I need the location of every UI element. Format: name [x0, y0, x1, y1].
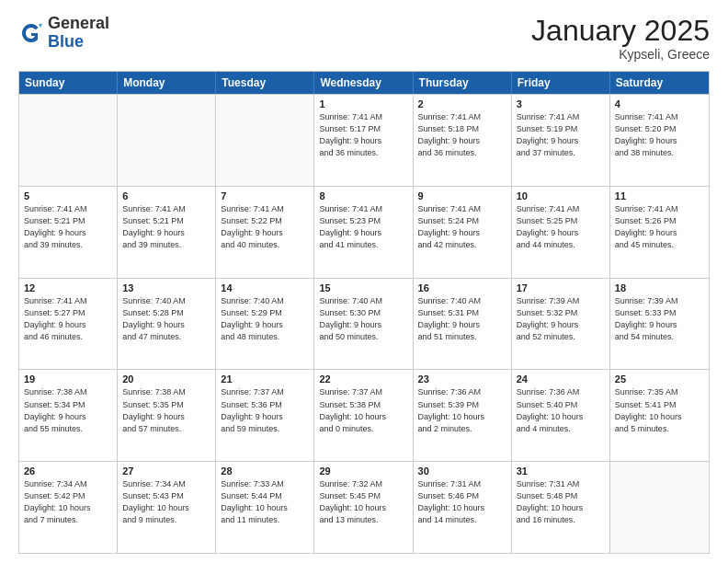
- day-cell-30: 30Sunrise: 7:31 AM Sunset: 5:46 PM Dayli…: [414, 462, 512, 553]
- day-number: 8: [319, 190, 407, 201]
- col-header-sunday: Sunday: [19, 72, 118, 94]
- day-info: Sunrise: 7:41 AM Sunset: 5:26 PM Dayligh…: [615, 203, 704, 251]
- day-number: 16: [418, 282, 506, 293]
- day-cell-2: 2Sunrise: 7:41 AM Sunset: 5:18 PM Daylig…: [414, 95, 512, 186]
- day-cell-16: 16Sunrise: 7:40 AM Sunset: 5:31 PM Dayli…: [414, 279, 512, 370]
- day-cell-1: 1Sunrise: 7:41 AM Sunset: 5:17 PM Daylig…: [314, 95, 413, 186]
- day-cell-11: 11Sunrise: 7:41 AM Sunset: 5:26 PM Dayli…: [610, 187, 709, 278]
- day-number: 20: [122, 373, 210, 385]
- calendar-subtitle: Kypseli, Greece: [531, 47, 710, 62]
- day-number: 14: [221, 282, 309, 293]
- day-number: 2: [418, 98, 506, 109]
- day-info: Sunrise: 7:41 AM Sunset: 5:21 PM Dayligh…: [122, 203, 210, 251]
- week-row-4: 19Sunrise: 7:38 AM Sunset: 5:34 PM Dayli…: [19, 369, 709, 461]
- day-cell-23: 23Sunrise: 7:36 AM Sunset: 5:39 PM Dayli…: [414, 370, 512, 461]
- day-cell-26: 26Sunrise: 7:34 AM Sunset: 5:42 PM Dayli…: [19, 462, 118, 553]
- day-number: 22: [319, 373, 407, 385]
- day-cell-6: 6Sunrise: 7:41 AM Sunset: 5:21 PM Daylig…: [118, 187, 216, 278]
- day-cell-10: 10Sunrise: 7:41 AM Sunset: 5:25 PM Dayli…: [512, 187, 610, 278]
- col-header-friday: Friday: [512, 72, 610, 94]
- day-number: 27: [122, 465, 210, 477]
- day-cell-28: 28Sunrise: 7:33 AM Sunset: 5:44 PM Dayli…: [216, 462, 314, 553]
- day-info: Sunrise: 7:40 AM Sunset: 5:28 PM Dayligh…: [122, 295, 210, 343]
- day-cell-24: 24Sunrise: 7:36 AM Sunset: 5:40 PM Dayli…: [512, 370, 610, 461]
- week-row-5: 26Sunrise: 7:34 AM Sunset: 5:42 PM Dayli…: [19, 461, 709, 553]
- day-info: Sunrise: 7:41 AM Sunset: 5:19 PM Dayligh…: [517, 111, 605, 159]
- day-info: Sunrise: 7:38 AM Sunset: 5:35 PM Dayligh…: [122, 386, 210, 434]
- day-info: Sunrise: 7:41 AM Sunset: 5:20 PM Dayligh…: [615, 111, 704, 159]
- day-cell-7: 7Sunrise: 7:41 AM Sunset: 5:22 PM Daylig…: [216, 187, 314, 278]
- calendar: SundayMondayTuesdayWednesdayThursdayFrid…: [18, 71, 710, 554]
- week-row-3: 12Sunrise: 7:41 AM Sunset: 5:27 PM Dayli…: [19, 278, 709, 370]
- day-info: Sunrise: 7:38 AM Sunset: 5:34 PM Dayligh…: [24, 386, 112, 434]
- logo-blue-text: Blue: [48, 32, 84, 51]
- day-info: Sunrise: 7:31 AM Sunset: 5:48 PM Dayligh…: [517, 478, 605, 526]
- calendar-body: 1Sunrise: 7:41 AM Sunset: 5:17 PM Daylig…: [19, 94, 709, 553]
- day-number: 31: [517, 465, 605, 477]
- day-number: 1: [319, 98, 407, 109]
- day-info: Sunrise: 7:41 AM Sunset: 5:25 PM Dayligh…: [517, 203, 605, 251]
- day-cell-8: 8Sunrise: 7:41 AM Sunset: 5:23 PM Daylig…: [314, 187, 413, 278]
- day-cell-17: 17Sunrise: 7:39 AM Sunset: 5:32 PM Dayli…: [512, 279, 610, 370]
- day-number: 26: [24, 465, 112, 477]
- day-number: 7: [221, 190, 309, 201]
- col-header-wednesday: Wednesday: [314, 72, 413, 94]
- day-cell-21: 21Sunrise: 7:37 AM Sunset: 5:36 PM Dayli…: [216, 370, 314, 461]
- day-cell-27: 27Sunrise: 7:34 AM Sunset: 5:43 PM Dayli…: [118, 462, 216, 553]
- logo-icon: [18, 20, 44, 46]
- day-info: Sunrise: 7:33 AM Sunset: 5:44 PM Dayligh…: [221, 478, 309, 526]
- logo: General Blue: [18, 15, 109, 52]
- day-cell-14: 14Sunrise: 7:40 AM Sunset: 5:29 PM Dayli…: [216, 279, 314, 370]
- day-number: 6: [122, 190, 210, 201]
- day-number: 11: [615, 190, 704, 201]
- day-number: 29: [319, 465, 407, 477]
- calendar-title: January 2025: [531, 15, 710, 47]
- week-row-1: 1Sunrise: 7:41 AM Sunset: 5:17 PM Daylig…: [19, 94, 709, 186]
- day-cell-18: 18Sunrise: 7:39 AM Sunset: 5:33 PM Dayli…: [610, 279, 709, 370]
- day-cell-31: 31Sunrise: 7:31 AM Sunset: 5:48 PM Dayli…: [512, 462, 610, 553]
- day-info: Sunrise: 7:40 AM Sunset: 5:29 PM Dayligh…: [221, 295, 309, 343]
- day-info: Sunrise: 7:41 AM Sunset: 5:24 PM Dayligh…: [418, 203, 506, 251]
- day-info: Sunrise: 7:36 AM Sunset: 5:40 PM Dayligh…: [517, 386, 605, 434]
- day-number: 9: [418, 190, 506, 201]
- day-number: 4: [615, 98, 704, 109]
- day-number: 15: [319, 282, 407, 293]
- day-info: Sunrise: 7:39 AM Sunset: 5:33 PM Dayligh…: [615, 295, 704, 343]
- day-number: 17: [517, 282, 605, 293]
- day-cell-9: 9Sunrise: 7:41 AM Sunset: 5:24 PM Daylig…: [414, 187, 512, 278]
- day-info: Sunrise: 7:37 AM Sunset: 5:36 PM Dayligh…: [221, 386, 309, 434]
- col-header-thursday: Thursday: [414, 72, 512, 94]
- day-cell-13: 13Sunrise: 7:40 AM Sunset: 5:28 PM Dayli…: [118, 279, 216, 370]
- day-cell-29: 29Sunrise: 7:32 AM Sunset: 5:45 PM Dayli…: [314, 462, 413, 553]
- day-info: Sunrise: 7:40 AM Sunset: 5:30 PM Dayligh…: [319, 295, 407, 343]
- day-info: Sunrise: 7:40 AM Sunset: 5:31 PM Dayligh…: [418, 295, 506, 343]
- day-cell-5: 5Sunrise: 7:41 AM Sunset: 5:21 PM Daylig…: [19, 187, 118, 278]
- day-cell-15: 15Sunrise: 7:40 AM Sunset: 5:30 PM Dayli…: [314, 279, 413, 370]
- day-info: Sunrise: 7:41 AM Sunset: 5:21 PM Dayligh…: [24, 203, 112, 251]
- header: General Blue January 2025 Kypseli, Greec…: [18, 15, 710, 62]
- calendar-header-row: SundayMondayTuesdayWednesdayThursdayFrid…: [19, 72, 709, 94]
- day-info: Sunrise: 7:34 AM Sunset: 5:42 PM Dayligh…: [24, 478, 112, 526]
- day-number: 23: [418, 373, 506, 385]
- day-number: 12: [24, 282, 112, 293]
- empty-cell-0-1: [118, 95, 216, 186]
- day-number: 21: [221, 373, 309, 385]
- day-number: 28: [221, 465, 309, 477]
- day-info: Sunrise: 7:34 AM Sunset: 5:43 PM Dayligh…: [122, 478, 210, 526]
- day-cell-25: 25Sunrise: 7:35 AM Sunset: 5:41 PM Dayli…: [610, 370, 709, 461]
- day-info: Sunrise: 7:31 AM Sunset: 5:46 PM Dayligh…: [418, 478, 506, 526]
- col-header-tuesday: Tuesday: [216, 72, 314, 94]
- week-row-2: 5Sunrise: 7:41 AM Sunset: 5:21 PM Daylig…: [19, 186, 709, 278]
- day-cell-12: 12Sunrise: 7:41 AM Sunset: 5:27 PM Dayli…: [19, 279, 118, 370]
- day-info: Sunrise: 7:39 AM Sunset: 5:32 PM Dayligh…: [517, 295, 605, 343]
- day-number: 18: [615, 282, 704, 293]
- day-info: Sunrise: 7:37 AM Sunset: 5:38 PM Dayligh…: [319, 386, 407, 434]
- day-info: Sunrise: 7:36 AM Sunset: 5:39 PM Dayligh…: [418, 386, 506, 434]
- day-info: Sunrise: 7:41 AM Sunset: 5:22 PM Dayligh…: [221, 203, 309, 251]
- day-number: 13: [122, 282, 210, 293]
- day-number: 24: [517, 373, 605, 385]
- title-block: January 2025 Kypseli, Greece: [531, 15, 710, 62]
- day-number: 3: [517, 98, 605, 109]
- day-number: 5: [24, 190, 112, 201]
- day-info: Sunrise: 7:41 AM Sunset: 5:18 PM Dayligh…: [418, 111, 506, 159]
